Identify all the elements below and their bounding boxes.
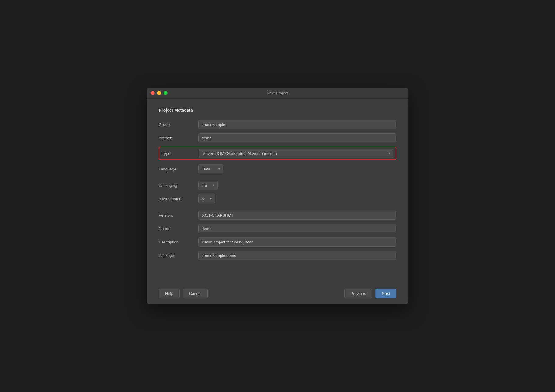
title-bar: New Project — [147, 88, 408, 99]
description-row: Description: — [159, 237, 396, 247]
next-button[interactable]: Next — [375, 289, 396, 298]
close-button[interactable] — [151, 91, 155, 95]
packaging-select[interactable]: Jar War — [198, 181, 218, 190]
packaging-row: Packaging: Jar War — [159, 181, 396, 190]
version-row: Version: — [159, 211, 396, 220]
name-row: Name: — [159, 224, 396, 233]
footer-left-buttons: Help Cancel — [159, 289, 208, 298]
help-button[interactable]: Help — [159, 289, 180, 298]
packaging-select-wrapper: Jar War — [198, 181, 218, 190]
artifact-input[interactable] — [198, 133, 396, 142]
packaging-label: Packaging: — [159, 183, 198, 188]
maximize-button[interactable] — [164, 91, 168, 95]
java-version-select[interactable]: 8 11 17 21 — [198, 194, 215, 203]
group-input[interactable] — [198, 120, 396, 129]
java-version-row: Java Version: 8 11 17 21 — [159, 194, 396, 203]
type-row: Type: Maven POM (Generate a Maven pom.xm… — [159, 147, 396, 160]
type-label: Type: — [162, 151, 199, 156]
package-label: Package: — [159, 253, 198, 258]
group-row: Group: — [159, 120, 396, 129]
dialog-footer: Help Cancel Previous Next — [147, 282, 408, 304]
language-select[interactable]: Java Kotlin Groovy — [198, 164, 223, 173]
traffic-lights — [151, 91, 168, 95]
section-title: Project Metadata — [159, 108, 396, 113]
window-title: New Project — [267, 91, 288, 95]
description-label: Description: — [159, 240, 198, 244]
java-version-select-wrapper: 8 11 17 21 — [198, 194, 215, 203]
previous-button[interactable]: Previous — [344, 289, 373, 298]
language-select-wrapper: Java Kotlin Groovy — [198, 164, 223, 173]
language-label: Language: — [159, 167, 198, 171]
new-project-dialog: New Project Project Metadata Group: Arti… — [147, 88, 408, 304]
java-version-label: Java Version: — [159, 197, 198, 201]
version-label: Version: — [159, 213, 198, 218]
name-label: Name: — [159, 226, 198, 231]
type-select-wrapper: Maven POM (Generate a Maven pom.xml) Mav… — [199, 149, 393, 158]
dialog-content: Project Metadata Group: Artifact: Type: … — [147, 99, 408, 273]
group-label: Group: — [159, 122, 198, 127]
name-input[interactable] — [198, 224, 396, 233]
cancel-button[interactable]: Cancel — [183, 289, 208, 298]
package-row: Package: — [159, 251, 396, 260]
package-input[interactable] — [198, 251, 396, 260]
artifact-label: Artifact: — [159, 136, 198, 140]
minimize-button[interactable] — [157, 91, 161, 95]
type-select[interactable]: Maven POM (Generate a Maven pom.xml) Mav… — [199, 149, 393, 158]
form: Group: Artifact: Type: Maven POM (Genera… — [159, 120, 396, 264]
language-row: Language: Java Kotlin Groovy — [159, 164, 396, 173]
version-input[interactable] — [198, 211, 396, 220]
artifact-row: Artifact: — [159, 133, 396, 142]
description-input[interactable] — [198, 237, 396, 247]
footer-right-buttons: Previous Next — [344, 289, 396, 298]
